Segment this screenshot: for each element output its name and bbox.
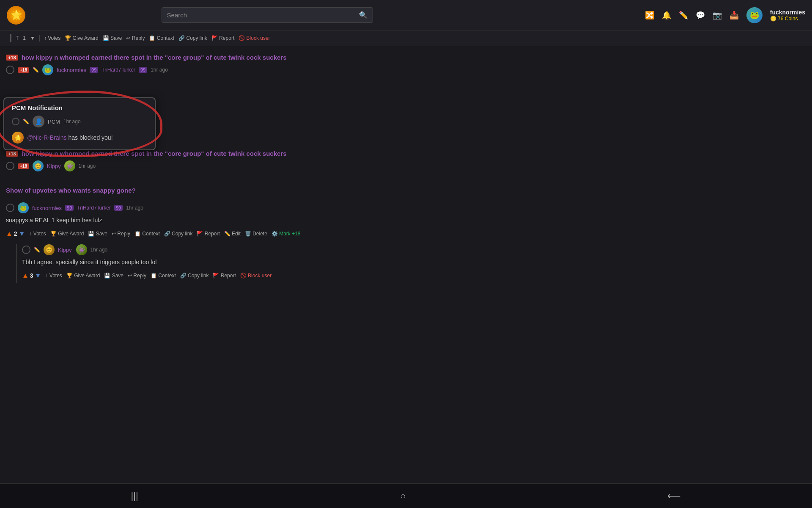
nav-home-btn[interactable]: ○: [400, 491, 406, 502]
nested-comment-1: ✏️ 😊 Kippy 👾 1hr ago Tbh I agree, specia…: [16, 244, 806, 283]
collapse-btn[interactable]: T: [16, 35, 19, 41]
pcm-sender-name: PCM: [48, 119, 60, 125]
avatar-fucknormies-2[interactable]: 🐸: [18, 202, 29, 213]
avatar-kippy-2[interactable]: 😊: [44, 244, 55, 255]
context-btn[interactable]: 📋 Context: [149, 35, 174, 41]
upvote-icon: ▲: [6, 230, 13, 237]
c1-votes-btn[interactable]: ↑ Votes: [29, 231, 46, 237]
nested-c1-score: 3: [30, 272, 33, 279]
comment-1-circle[interactable]: [6, 204, 14, 212]
nested-comment-1-timestamp: 1hr ago: [91, 247, 108, 253]
pcm-message-text: has blocked you!: [68, 134, 112, 141]
nc1-votes-btn[interactable]: ↑ Votes: [45, 273, 62, 279]
username-kippy-1[interactable]: Kippy: [47, 163, 61, 169]
search-icon: 🔍: [359, 11, 368, 19]
c1-award-btn[interactable]: 🏆 Give Award: [50, 231, 84, 237]
nav-back-btn[interactable]: ⟵: [667, 491, 681, 502]
nc1-context-btn[interactable]: 📋 Context: [151, 273, 176, 279]
collapse-circle-1[interactable]: [6, 66, 14, 74]
nested-comment-1-circle[interactable]: [22, 246, 30, 254]
nav-menu-btn[interactable]: |||: [131, 491, 138, 502]
c1-reply-btn[interactable]: ↩ Reply: [112, 231, 130, 237]
pcm-collapse-circle: [12, 118, 19, 125]
logo-icon[interactable]: 🌟: [7, 6, 25, 25]
report-btn[interactable]: 🚩 Report: [211, 35, 234, 41]
divider: [39, 35, 40, 41]
bottom-nav: ||| ○ ⟵: [0, 483, 812, 508]
reply-btn[interactable]: ↩ Reply: [126, 35, 145, 41]
post-1-title[interactable]: how kippy n whomped earned there spot in…: [22, 54, 287, 61]
comment-1-upvote[interactable]: ▲ 2 ▼: [6, 230, 25, 237]
nsfw-badge-1: +18: [6, 55, 18, 61]
comment-1-score: 2: [14, 230, 17, 237]
username-fucknormies[interactable]: fucknormies: [57, 67, 86, 73]
nc1-save-btn[interactable]: 💾 Save: [104, 273, 123, 279]
nsfw-badge-inline-1: +18: [18, 67, 29, 73]
block-user-btn[interactable]: 🚫 Block user: [239, 35, 270, 41]
nested-comment-1-header: ✏️ 😊 Kippy 👾 1hr ago: [22, 244, 806, 255]
avatar-fucknormies[interactable]: 🐸: [42, 64, 53, 75]
c1-context-btn[interactable]: 📋 Context: [134, 231, 160, 237]
c1-edit-btn[interactable]: ✏️ Edit: [224, 231, 241, 237]
blocked-username[interactable]: @Nic-R-Brains: [27, 134, 67, 141]
give-award-btn[interactable]: 🏆 Give Award: [65, 35, 98, 41]
c1-delete-btn[interactable]: 🗑️ Delete: [245, 231, 267, 237]
nc1-report-btn[interactable]: 🚩 Report: [213, 273, 236, 279]
timestamp-2: 1hr ago: [79, 163, 96, 169]
comment-1: 🐸 fucknormies 99 TriHard7 lurker 99 1hr …: [6, 199, 806, 286]
nsfw-badge-inline-2: +18: [18, 163, 29, 169]
chat-icon[interactable]: 💬: [696, 11, 705, 20]
top-bar: 🌟 🔍 🔀 🔔 ✏️ 💬 📷 📥 🐸 fucknormies 🪙 76 Coin…: [0, 0, 812, 30]
search-input[interactable]: [167, 11, 359, 19]
pcm-title: PCM Notification: [12, 104, 147, 111]
copy-link-btn[interactable]: 🔗 Copy link: [178, 35, 207, 41]
inbox-icon[interactable]: 📥: [730, 11, 739, 20]
nested-comment-1-body: Tbh I agree, specially since it triggers…: [22, 258, 806, 270]
nc1-block-btn[interactable]: 🚫 Block user: [240, 273, 272, 279]
tag-badge-1: 99: [90, 67, 98, 73]
avatar-kippy-1[interactable]: 😊: [33, 160, 44, 171]
avatar[interactable]: 🐸: [746, 7, 763, 23]
pcm-timestamp: 1hr ago: [63, 119, 81, 124]
shuffle-icon[interactable]: 🔀: [645, 11, 654, 20]
username-fucknormies-2[interactable]: fucknormies: [32, 205, 62, 211]
avatar-kippy-1b: 👾: [64, 160, 75, 171]
post-1-title-bar: +18 how kippy n whomped earned there spo…: [0, 50, 812, 63]
post-2-title[interactable]: how kippy n whomped earned there spot in…: [22, 150, 287, 157]
comment-1-actions: ▲ 2 ▼ ↑ Votes 🏆 Give Award 💾 Save ↩ Repl…: [6, 228, 806, 241]
username-kippy-2[interactable]: Kippy: [58, 247, 72, 253]
c1-copylink-btn[interactable]: 🔗 Copy link: [164, 231, 193, 237]
pcm-meta: ✏️ 👤 PCM 1hr ago: [12, 116, 147, 127]
post-1: +18 how kippy n whomped earned there spo…: [0, 50, 812, 78]
pcm-notification: PCM Notification ✏️ 👤 PCM 1hr ago 🌟 @Nic…: [3, 97, 156, 150]
downvote-btn[interactable]: ▼: [30, 35, 35, 41]
save-btn[interactable]: 💾 Save: [103, 35, 122, 41]
nested-downvote-icon: ▼: [35, 272, 41, 279]
collapse-circle-2[interactable]: [6, 162, 14, 170]
top-right-controls: 🔀 🔔 ✏️ 💬 📷 📥 🐸 fucknormies 🪙 76 Coins: [645, 7, 805, 23]
main-toolbar: T 1 ▼ ↑ Votes 🏆 Give Award 💾 Save ↩ Repl…: [0, 30, 812, 46]
comment-section: 🐸 fucknormies 99 TriHard7 lurker 99 1hr …: [0, 196, 812, 289]
avatar-kippy-2b: 👾: [76, 244, 87, 255]
votes-btn[interactable]: ↑ Votes: [44, 35, 60, 41]
c1-report-btn[interactable]: 🚩 Report: [197, 231, 219, 237]
comment-1-tag-b: 99: [114, 205, 123, 211]
tag-badge-1b: 99: [139, 67, 147, 73]
username-display: fucknormies: [770, 9, 805, 16]
nc1-copylink-btn[interactable]: 🔗 Copy link: [180, 273, 209, 279]
nc1-reply-btn[interactable]: ↩ Reply: [128, 273, 146, 279]
section-title[interactable]: Show of upvotes who wants snappy gone?: [0, 181, 812, 196]
pen-icon[interactable]: ✏️: [679, 11, 688, 20]
nested-c1-upvote[interactable]: ▲ 3 ▼: [22, 272, 41, 279]
bell-icon[interactable]: 🔔: [662, 11, 671, 20]
pencil-icon-1: ✏️: [33, 67, 39, 73]
post-2-meta: +18 😊 Kippy 👾 1hr ago: [0, 159, 812, 174]
vote-count: 1: [23, 35, 26, 41]
post-1-meta: +18 ✏️ 🐸 fucknormies 99 TriHard7 lurker …: [0, 63, 812, 78]
nc1-award-btn[interactable]: 🏆 Give Award: [66, 273, 100, 279]
camera-icon[interactable]: 📷: [713, 11, 722, 20]
search-bar[interactable]: 🔍: [162, 7, 373, 23]
c1-save-btn[interactable]: 💾 Save: [88, 231, 107, 237]
c1-mark-btn[interactable]: ⚙️ Mark +18: [272, 231, 301, 237]
timestamp-1: 1hr ago: [151, 67, 168, 73]
